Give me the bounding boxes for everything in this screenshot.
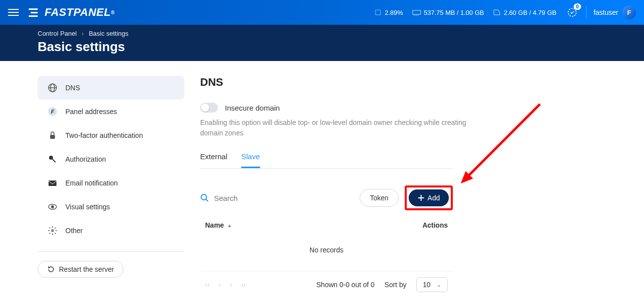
search-box (200, 193, 354, 202)
eye-icon (48, 202, 57, 212)
svg-text:F: F (51, 109, 54, 115)
sidebar-item-label: Other (65, 227, 83, 235)
menu-toggle-button[interactable] (8, 9, 19, 16)
sidebar-item-label: Visual settings (65, 203, 110, 211)
username: fastuser (593, 8, 618, 16)
sidebar-item-email[interactable]: Email notification (38, 171, 184, 195)
pager-first[interactable]: ‹‹ (205, 281, 210, 289)
sidebar: DNS F Panel addresses Two-factor authent… (38, 76, 184, 298)
svg-rect-4 (413, 10, 421, 14)
sidebar-item-label: DNS (65, 84, 80, 92)
svg-point-20 (51, 229, 54, 232)
svg-rect-17 (49, 181, 56, 186)
dns-tabs: External Slave (200, 152, 453, 169)
svg-rect-0 (29, 8, 38, 10)
search-input[interactable] (214, 194, 354, 202)
svg-line-27 (50, 233, 51, 234)
breadcrumb-root[interactable]: Control Panel (38, 30, 77, 37)
toggle-label: Insecure domain (225, 104, 280, 112)
svg-rect-3 (376, 10, 380, 15)
chevron-right-icon: › (82, 30, 84, 37)
svg-rect-1 (31, 12, 38, 13)
chevron-down-icon: ⌄ (436, 281, 441, 288)
pager-prev[interactable]: ‹ (218, 281, 221, 289)
key-icon (48, 154, 57, 164)
sidebar-item-dns[interactable]: DNS (38, 76, 184, 100)
search-icon (200, 193, 209, 202)
svg-point-15 (49, 156, 53, 160)
panel-icon: F (48, 107, 57, 117)
sidebar-item-label: Email notification (65, 179, 118, 187)
column-name[interactable]: Name ▲ (205, 221, 232, 229)
section-title: DNS (200, 76, 606, 89)
add-button[interactable]: Add (409, 189, 449, 206)
sidebar-item-label: Panel addresses (65, 108, 117, 116)
sidebar-item-other[interactable]: Other (38, 219, 184, 243)
shown-count: Shown 0-0 out of 0 (317, 281, 375, 289)
sidebar-item-label: Authorization (65, 155, 106, 163)
ram-stat: 537.75 MB / 1.00 GB (412, 9, 484, 16)
divider (586, 6, 587, 18)
insecure-domain-toggle[interactable] (200, 103, 218, 113)
topbar: FASTPANEL® 2.89% 537.75 MB / 1.00 GB 2.6… (0, 0, 644, 25)
disk-icon (493, 8, 501, 16)
sidebar-item-panel-addresses[interactable]: F Panel addresses (38, 100, 184, 123)
restart-icon (47, 265, 55, 273)
toggle-description: Enabling this option will disable top- o… (200, 118, 468, 138)
sidebar-item-authorization[interactable]: Authorization (38, 147, 184, 171)
lock-icon (48, 130, 57, 140)
sidebar-item-visual[interactable]: Visual settings (38, 195, 184, 219)
sidebar-item-label: Two-factor authentication (65, 131, 143, 139)
plus-icon (418, 194, 425, 201)
main-panel: DNS Insecure domain Enabling this option… (200, 76, 606, 298)
pager-last[interactable]: ›› (241, 281, 246, 289)
column-actions: Actions (423, 221, 448, 229)
tab-external[interactable]: External (200, 152, 227, 168)
brand-logo[interactable]: FASTPANEL® (29, 6, 115, 19)
divider (38, 251, 184, 252)
user-menu[interactable]: fastuser F (593, 5, 636, 19)
notifications-button[interactable]: 0 (565, 5, 579, 19)
svg-rect-14 (50, 135, 55, 139)
no-records-message: No records (200, 229, 453, 271)
breadcrumb: Control Panel › Basic settings (38, 30, 606, 37)
svg-line-30 (206, 199, 208, 201)
svg-line-28 (55, 228, 56, 229)
disk-stat: 2.60 GB / 4.79 GB (493, 8, 556, 16)
svg-line-26 (55, 233, 56, 234)
svg-line-25 (50, 228, 51, 229)
page-size-select[interactable]: 10 ⌄ (416, 277, 448, 292)
sortby-label: Sort by (384, 281, 406, 289)
table-footer: ‹‹ ‹ › ›› Shown 0-0 out of 0 Sort by 10 … (200, 271, 453, 298)
subheader: Control Panel › Basic settings Basic set… (0, 25, 644, 61)
tab-slave[interactable]: Slave (241, 152, 260, 168)
svg-point-29 (201, 194, 207, 200)
avatar: F (622, 5, 636, 19)
svg-rect-2 (29, 15, 38, 17)
ram-icon (412, 9, 421, 16)
svg-point-19 (51, 205, 54, 208)
token-button[interactable]: Token (360, 189, 399, 207)
globe-icon (48, 83, 57, 93)
svg-line-16 (53, 159, 55, 162)
annotation-highlight: Add (405, 185, 453, 210)
sidebar-item-2fa[interactable]: Two-factor authentication (38, 123, 184, 147)
sort-asc-icon: ▲ (227, 223, 232, 228)
breadcrumb-current: Basic settings (89, 30, 128, 37)
mail-icon (48, 178, 57, 188)
gear-icon (48, 226, 57, 236)
notif-badge: 0 (574, 3, 582, 10)
page-title: Basic settings (38, 39, 606, 55)
restart-server-button[interactable]: Restart the server (38, 261, 123, 278)
logo-icon (29, 7, 42, 17)
table-header: Name ▲ Actions (200, 221, 453, 229)
cpu-icon (374, 8, 382, 16)
cpu-stat: 2.89% (374, 8, 403, 16)
pager: ‹‹ ‹ › ›› (205, 281, 246, 289)
pager-next[interactable]: › (230, 281, 232, 289)
